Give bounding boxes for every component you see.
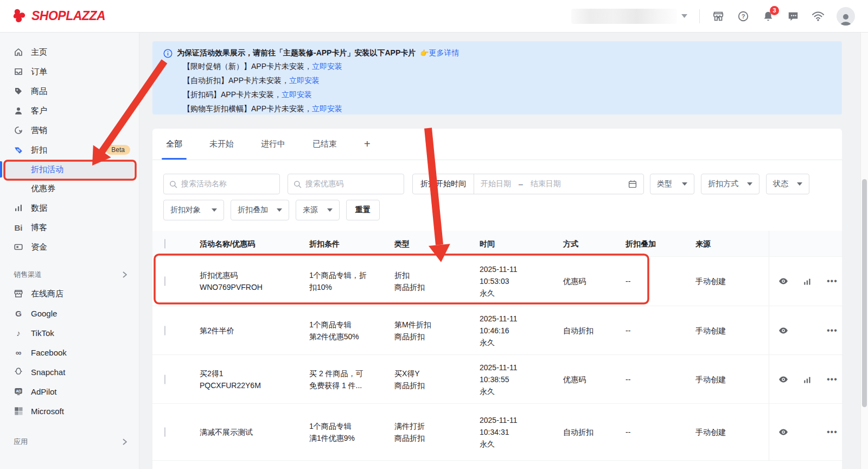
coupon-code: WNO769PVFROH bbox=[200, 281, 302, 293]
date-range-filter[interactable]: 折扣开始时间 开始日期 – 结束日期 bbox=[412, 174, 644, 194]
more-actions-button[interactable]: ••• bbox=[827, 375, 838, 384]
help-button[interactable]: ? bbox=[737, 10, 750, 23]
start-date-input[interactable]: 开始日期 bbox=[481, 179, 511, 189]
sidebar-item-google[interactable]: G Google bbox=[0, 303, 139, 323]
storefront-button[interactable] bbox=[712, 10, 725, 23]
bar-chart-icon bbox=[803, 375, 813, 384]
brand-wordmark: SHOPLAZZA bbox=[31, 8, 105, 23]
table-row[interactable]: 第2件半价 1个商品专辑 第2件优惠50% 第M件折扣 商品折扣 2025-11… bbox=[152, 306, 842, 354]
sidebar-item-facebook[interactable]: ∞ Facebook bbox=[0, 343, 139, 362]
more-actions-button[interactable]: ••• bbox=[827, 276, 838, 286]
person-icon bbox=[839, 12, 853, 26]
sidebar-item-home[interactable]: 主页 bbox=[0, 42, 139, 62]
tab-in-progress[interactable]: 进行中 bbox=[261, 129, 285, 160]
sidebar-item-snapchat[interactable]: Snapchat bbox=[0, 362, 139, 382]
more-actions-button[interactable]: ••• bbox=[827, 326, 838, 335]
add-tab-button[interactable]: + bbox=[364, 138, 371, 150]
chevron-down-icon bbox=[681, 14, 687, 18]
discount-type: 买X得Y 商品折扣 bbox=[394, 367, 480, 391]
sidebar-item-label: 资金 bbox=[31, 242, 47, 252]
table-row[interactable]: 满减不展示测试 1个商品专辑 满1件优惠9% 满件打折 商品折扣 2025-11… bbox=[152, 403, 842, 460]
more-actions-button[interactable]: ••• bbox=[827, 427, 838, 437]
sidebar-item-blog[interactable]: Bi 博客 bbox=[0, 218, 139, 237]
discount-stack: -- bbox=[626, 373, 695, 385]
view-button[interactable] bbox=[778, 325, 789, 336]
store-switcher[interactable] bbox=[571, 9, 687, 24]
sidebar-item-orders[interactable]: 订单 bbox=[0, 62, 139, 81]
sidebar-item-products[interactable]: 商品 bbox=[0, 81, 139, 101]
products-icon bbox=[14, 86, 23, 96]
sidebar-item-marketing[interactable]: 营销 bbox=[0, 121, 139, 140]
caret-down-icon bbox=[747, 182, 752, 186]
sidebar-section-sales-channels[interactable]: 销售渠道 bbox=[0, 265, 139, 284]
messages-button[interactable] bbox=[787, 10, 800, 23]
sidebar-item-funds[interactable]: 资金 bbox=[0, 237, 139, 257]
sidebar-item-discount-activities[interactable]: 折扣活动 bbox=[5, 160, 134, 179]
sidebar-item-microsoft[interactable]: Microsoft bbox=[0, 401, 139, 421]
view-button[interactable] bbox=[778, 276, 789, 287]
tab-ended[interactable]: 已结束 bbox=[312, 129, 337, 160]
stats-button[interactable] bbox=[803, 276, 813, 286]
sidebar-section-apps[interactable]: 应用 bbox=[0, 433, 139, 451]
facebook-icon: ∞ bbox=[14, 347, 23, 357]
app-card-install-banner: 为保证活动效果展示，请前往「主题装修-APP卡片」安装以下APP卡片 👉更多详情… bbox=[152, 41, 842, 115]
analytics-icon bbox=[14, 203, 23, 213]
discount-type: 折扣 商品折扣 bbox=[394, 269, 480, 293]
search-coupon-code-input[interactable]: 搜索优惠码 bbox=[288, 174, 404, 194]
install-now-link[interactable]: 立即安装 bbox=[312, 104, 342, 113]
marketing-icon bbox=[14, 125, 23, 135]
install-now-link[interactable]: 立即安装 bbox=[312, 62, 342, 71]
sidebar-item-analytics[interactable]: 数据 bbox=[0, 198, 139, 218]
sidebar-item-coupons[interactable]: 优惠券 bbox=[0, 179, 139, 198]
time-type-select[interactable]: 折扣开始时间 bbox=[413, 174, 474, 194]
search-activity-input[interactable]: 搜索活动名称 bbox=[163, 174, 280, 194]
table-row[interactable]: 买2得1PQCXFUR22Y6M 买 2 件商品，可 免费获得 1 件... 买… bbox=[152, 354, 842, 403]
view-button[interactable] bbox=[778, 374, 789, 385]
stats-button[interactable] bbox=[803, 375, 813, 384]
type-filter-select[interactable]: 类型 bbox=[650, 174, 694, 194]
user-avatar[interactable] bbox=[837, 7, 855, 26]
caret-down-icon bbox=[212, 208, 217, 212]
discount-stack: -- bbox=[626, 426, 695, 438]
sidebar-item-discount[interactable]: % 折扣 Beta bbox=[0, 140, 139, 160]
discount-method: 自动折扣 bbox=[563, 426, 626, 438]
row-checkbox[interactable] bbox=[164, 326, 165, 335]
status-tabs: 全部 未开始 进行中 已结束 + bbox=[152, 129, 842, 160]
sidebar-item-online-store[interactable]: 在线商店 bbox=[0, 284, 139, 303]
select-all-checkbox[interactable] bbox=[164, 239, 165, 249]
status-filter-select[interactable]: 状态 bbox=[766, 174, 809, 194]
discount-method: 自动折扣 bbox=[563, 325, 626, 337]
notifications-button[interactable]: 3 bbox=[762, 10, 775, 23]
row-checkbox[interactable] bbox=[164, 427, 165, 437]
reset-button[interactable]: 重置 bbox=[346, 200, 380, 220]
active-indicator bbox=[0, 161, 2, 178]
scrollbar-thumb[interactable] bbox=[862, 179, 867, 407]
install-now-link[interactable]: 立即安装 bbox=[289, 76, 320, 85]
sidebar-item-customers[interactable]: 客户 bbox=[0, 101, 139, 121]
source-filter-select[interactable]: 来源 bbox=[296, 200, 340, 220]
more-details-link[interactable]: 👉更多详情 bbox=[420, 48, 459, 58]
page-scrollbar[interactable] bbox=[860, 33, 868, 469]
help-icon: ? bbox=[737, 10, 749, 22]
sidebar-item-label: Microsoft bbox=[31, 407, 64, 416]
placeholder-text: 搜索活动名称 bbox=[181, 179, 227, 189]
end-date-input[interactable]: 结束日期 bbox=[531, 179, 561, 189]
main-content: 为保证活动效果展示，请前往「主题装修-APP卡片」安装以下APP卡片 👉更多详情… bbox=[139, 33, 868, 469]
network-status-button[interactable] bbox=[812, 10, 825, 23]
discount-stack-filter-select[interactable]: 折扣叠加 bbox=[231, 200, 289, 220]
tab-all[interactable]: 全部 bbox=[166, 129, 182, 160]
row-checkbox[interactable] bbox=[164, 276, 165, 286]
banner-line-text: 【限时促销（新）】APP卡片未安装， bbox=[183, 62, 312, 71]
eye-icon bbox=[778, 276, 789, 287]
install-now-link[interactable]: 立即安装 bbox=[282, 90, 312, 99]
sidebar-item-adpilot[interactable]: AD AdPilot bbox=[0, 382, 139, 401]
discount-target-filter-select[interactable]: 折扣对象 bbox=[163, 200, 224, 220]
sidebar-item-tiktok[interactable]: ♪ TikTok bbox=[0, 323, 139, 343]
blog-icon: Bi bbox=[14, 223, 23, 232]
row-checkbox[interactable] bbox=[164, 375, 165, 384]
view-button[interactable] bbox=[778, 427, 789, 438]
tab-not-started[interactable]: 未开始 bbox=[209, 129, 234, 160]
range-separator: – bbox=[519, 180, 523, 188]
table-row[interactable]: 折扣优惠码WNO769PVFROH 1个商品专辑，折 扣10% 折扣 商品折扣 … bbox=[152, 256, 842, 306]
discount-method-filter-select[interactable]: 折扣方式 bbox=[701, 174, 760, 194]
